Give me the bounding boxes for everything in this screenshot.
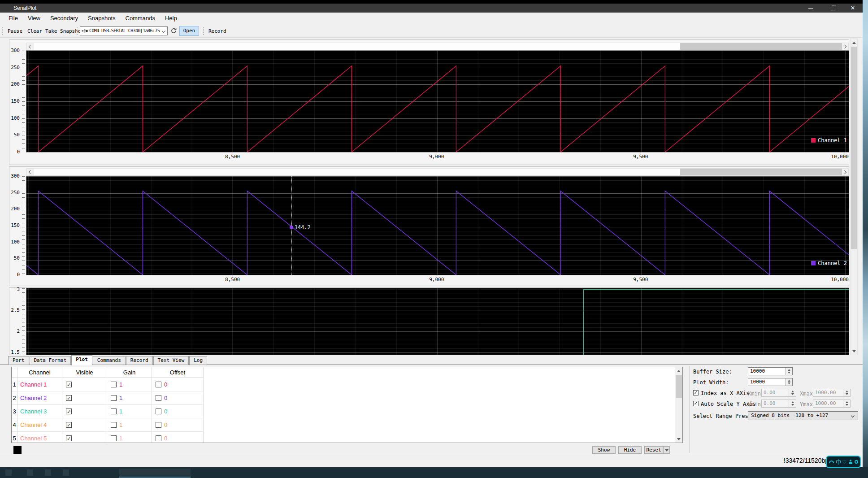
- settings-gear-icon[interactable]: [855, 460, 858, 464]
- scroll-up-button[interactable]: [851, 39, 857, 46]
- scroll-up-button[interactable]: [675, 367, 682, 374]
- plot-h-scrollbar[interactable]: [26, 43, 849, 50]
- gain-cell[interactable]: 1: [107, 418, 152, 432]
- toolbar-grip[interactable]: [203, 27, 205, 35]
- index-x-axis-checkbox[interactable]: ✓: [693, 390, 699, 395]
- offset-cell[interactable]: 0: [152, 432, 204, 443]
- port-combobox[interactable]: COM4 USB-SERIAL CH340[1a86:7523]: [80, 26, 168, 35]
- scrollbar-thumb[interactable]: [851, 47, 857, 249]
- offset-cell[interactable]: 0: [152, 405, 204, 418]
- visible-checkbox[interactable]: ✓: [66, 435, 72, 441]
- favorites-heart-icon[interactable]: ♡: [842, 460, 847, 465]
- tab-plot[interactable]: Plot: [71, 355, 92, 365]
- refresh-ports-button[interactable]: [170, 27, 178, 35]
- scrollbar-thumb[interactable]: [676, 375, 682, 398]
- gain-cell[interactable]: 1: [107, 432, 152, 443]
- tab-text-view[interactable]: Text View: [153, 356, 189, 365]
- restore-button[interactable]: [822, 4, 844, 13]
- plot-h-scrollbar[interactable]: [26, 168, 849, 176]
- hide-all-button[interactable]: Hide All: [618, 446, 642, 454]
- reset-dropdown-button[interactable]: [663, 446, 670, 454]
- plot-canvas-3[interactable]: [26, 288, 849, 355]
- offset-checkbox[interactable]: [156, 382, 161, 387]
- scroll-left-button[interactable]: [27, 169, 34, 175]
- tab-commands[interactable]: Commands: [93, 356, 126, 365]
- visible-checkbox[interactable]: ✓: [66, 395, 72, 401]
- title-bar[interactable]: SerialPlot ×: [0, 4, 863, 13]
- plot-width-spinbox[interactable]: 10000: [748, 378, 793, 386]
- gain-checkbox[interactable]: [111, 395, 117, 401]
- toolbar-grip[interactable]: [2, 27, 4, 35]
- scrollbar-thumb[interactable]: [680, 169, 842, 175]
- gain-cell[interactable]: 1: [107, 378, 152, 391]
- taskbar-icon[interactable]: [63, 469, 69, 476]
- tab-data-format[interactable]: Data Format: [30, 356, 71, 365]
- gain-cell[interactable]: 1: [107, 391, 152, 405]
- taskbar[interactable]: [0, 467, 868, 478]
- offset-cell[interactable]: 0: [152, 391, 204, 405]
- menu-secondary[interactable]: Secondary: [45, 13, 83, 24]
- record-button[interactable]: Record: [206, 26, 229, 36]
- spinner-buttons[interactable]: [785, 378, 792, 386]
- scroll-right-button[interactable]: [841, 43, 848, 50]
- menu-snapshots[interactable]: Snapshots: [83, 13, 120, 24]
- offset-checkbox[interactable]: [156, 408, 161, 414]
- menu-file[interactable]: File: [4, 13, 23, 24]
- visible-checkbox[interactable]: ✓: [66, 408, 72, 414]
- channel-name[interactable]: Channel 5: [17, 432, 62, 443]
- channel-name[interactable]: Channel 4: [17, 418, 62, 432]
- gain-checkbox[interactable]: [111, 422, 117, 428]
- toolbar-grip[interactable]: [77, 27, 78, 35]
- close-button[interactable]: ×: [842, 4, 864, 13]
- gain-checkbox[interactable]: [111, 435, 117, 441]
- channel-name[interactable]: Channel 3: [17, 405, 62, 418]
- start-button[interactable]: [5, 469, 12, 476]
- plot-canvas-1[interactable]: [26, 51, 849, 152]
- color-swatch[interactable]: [13, 446, 22, 454]
- visible-cell[interactable]: ✓: [62, 418, 107, 432]
- scroll-right-button[interactable]: [841, 169, 848, 175]
- offset-cell[interactable]: 0: [152, 378, 204, 391]
- scrollbar-thumb[interactable]: [680, 43, 842, 50]
- visible-cell[interactable]: ✓: [62, 391, 107, 405]
- open-port-button[interactable]: Open: [179, 26, 199, 36]
- menu-help[interactable]: Help: [160, 13, 182, 24]
- show-all-button[interactable]: Show All: [592, 446, 616, 454]
- visible-checkbox[interactable]: ✓: [66, 382, 72, 387]
- channel-name[interactable]: Channel 2: [17, 391, 62, 405]
- taskbar-icon[interactable]: [45, 469, 51, 476]
- gain-checkbox[interactable]: [111, 382, 117, 387]
- ime-toolbar[interactable]: ♡: [826, 456, 861, 468]
- reset-button[interactable]: Reset: [644, 446, 663, 454]
- buffer-size-spinbox[interactable]: 10000: [748, 367, 793, 375]
- visible-cell[interactable]: ✓: [62, 378, 107, 391]
- tab-log[interactable]: Log: [189, 356, 207, 365]
- offset-checkbox[interactable]: [156, 395, 161, 401]
- plot-canvas-2[interactable]: [26, 176, 849, 275]
- scroll-left-button[interactable]: [27, 43, 34, 50]
- plots-vertical-scrollbar[interactable]: [850, 39, 858, 355]
- channel-name[interactable]: Channel 1: [17, 378, 62, 391]
- pause-button[interactable]: Pause: [5, 26, 25, 36]
- auto-scale-y-checkbox[interactable]: ✓: [693, 401, 699, 406]
- tab-record[interactable]: Record: [126, 356, 153, 365]
- chinese-mode-icon[interactable]: [836, 461, 841, 463]
- tab-port[interactable]: Port: [8, 356, 29, 365]
- account-person-icon[interactable]: [848, 460, 853, 464]
- visible-cell[interactable]: ✓: [62, 432, 107, 443]
- menu-view[interactable]: View: [23, 13, 45, 24]
- table-scrollbar[interactable]: [675, 367, 682, 443]
- scroll-down-button[interactable]: [851, 348, 857, 355]
- taskbar-active-app[interactable]: [119, 469, 191, 478]
- taskbar-icon[interactable]: [27, 469, 33, 476]
- offset-checkbox[interactable]: [156, 435, 161, 441]
- clear-button[interactable]: Clear: [25, 26, 44, 36]
- visible-checkbox[interactable]: ✓: [66, 422, 72, 428]
- offset-cell[interactable]: 0: [152, 418, 204, 432]
- menu-commands[interactable]: Commands: [121, 13, 160, 24]
- gain-cell[interactable]: 1: [107, 405, 152, 418]
- scroll-down-button[interactable]: [675, 435, 682, 443]
- spinner-buttons[interactable]: [785, 368, 792, 375]
- minimize-button[interactable]: [800, 4, 821, 13]
- range-preset-combobox[interactable]: Signed 8 bits -128 to +127: [748, 411, 858, 420]
